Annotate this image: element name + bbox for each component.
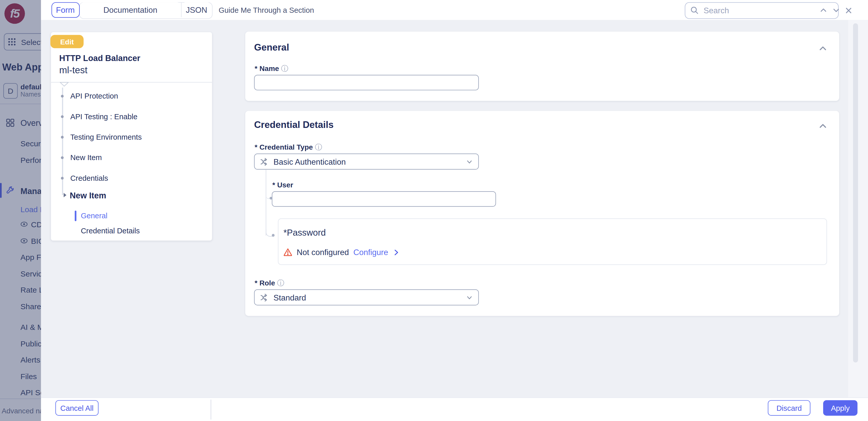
shuffle-icon (260, 293, 269, 302)
cancel-all-button[interactable]: Cancel All (55, 400, 98, 416)
guide-me-link[interactable]: Guide Me Through a Section (219, 0, 314, 20)
credential-details-card-title: Credential Details (254, 120, 334, 131)
config-tree-panel: Edit HTTP Load Balancer ml-test API Prot… (51, 32, 212, 241)
edit-mode-badge: Edit (51, 35, 84, 48)
collapse-section-icon[interactable] (819, 45, 828, 53)
role-dropdown[interactable]: Standard (254, 289, 478, 305)
tab-documentation[interactable]: Documentation (80, 2, 181, 18)
search-prev-icon[interactable] (817, 7, 830, 14)
search-icon (690, 6, 699, 15)
password-label: *Password (284, 228, 326, 238)
search-close-icon[interactable] (842, 7, 858, 13)
collapse-section-icon[interactable] (819, 122, 828, 131)
info-icon[interactable]: ⓘ (277, 279, 284, 287)
modal-backdrop[interactable] (0, 0, 41, 421)
tree-item-api-testing[interactable]: API Testing : Enable (70, 113, 137, 121)
credential-details-card: Credential Details * Credential Type ⓘ B… (245, 111, 839, 316)
tree-item-credentials[interactable]: Credentials (70, 174, 108, 183)
search-input[interactable] (703, 5, 808, 15)
collapse-caret-icon[interactable] (60, 82, 69, 87)
tree-current-arrow-icon (64, 193, 67, 197)
warning-icon (284, 248, 292, 257)
connector-line (266, 170, 266, 235)
footer-divider (210, 399, 211, 419)
object-type-title: HTTP Load Balancer (59, 53, 140, 62)
tree-bullet (61, 136, 64, 138)
credential-type-label: * Credential Type ⓘ (255, 142, 322, 152)
panel-divider (51, 82, 212, 82)
chevron-down-icon (466, 294, 473, 301)
search-box (685, 2, 839, 19)
tree-item-new-item[interactable]: New Item (70, 153, 102, 162)
connector-dot (272, 234, 275, 237)
tab-form[interactable]: Form (51, 2, 80, 18)
info-icon[interactable]: ⓘ (315, 143, 322, 151)
tree-item-credential-details[interactable]: Credential Details (81, 227, 140, 235)
modal-footer: Cancel All Discard Apply (41, 398, 868, 421)
discard-button[interactable]: Discard (768, 400, 810, 416)
tree-item-general[interactable]: General (81, 212, 107, 220)
role-value: Standard (273, 293, 462, 302)
password-box: *Password Not configured Configure (278, 218, 827, 265)
chevron-right-icon[interactable] (393, 249, 400, 256)
tree-item-api-protection[interactable]: API Protection (70, 92, 118, 100)
app-window: f5 Select Web App D defaul Names (0, 0, 868, 421)
tree-bullet (61, 94, 64, 97)
search-next-icon[interactable] (830, 7, 842, 14)
info-icon[interactable]: ⓘ (281, 64, 288, 73)
name-input[interactable] (254, 75, 478, 90)
apply-button[interactable]: Apply (823, 400, 858, 416)
modal-body: Edit HTTP Load Balancer ml-test API Prot… (41, 20, 868, 398)
configure-link[interactable]: Configure (353, 248, 388, 257)
password-status: Not configured (297, 248, 349, 257)
shuffle-icon (260, 157, 269, 166)
tree-item-current-new-item[interactable]: New Item (70, 191, 106, 200)
editor-modal: Form Documentation JSON Guide Me Through… (41, 0, 868, 421)
object-name: ml-test (59, 65, 88, 76)
name-label: * Name ⓘ (255, 64, 288, 74)
tree-bullet (61, 156, 64, 159)
credential-type-dropdown[interactable]: Basic Authentication (254, 153, 478, 170)
chevron-down-icon (466, 158, 473, 165)
user-input[interactable] (272, 191, 496, 207)
tree-selected-indicator (75, 210, 76, 221)
scrollbar-thumb[interactable] (853, 23, 858, 363)
general-card: General * Name ⓘ (245, 32, 839, 101)
tab-json[interactable]: JSON (182, 2, 211, 18)
tree-item-testing-environments[interactable]: Testing Environments (70, 133, 142, 141)
modal-topbar: Form Documentation JSON Guide Me Through… (41, 0, 868, 20)
tree-bullet (61, 115, 64, 118)
user-label: * User (272, 181, 293, 189)
tree-bullet (61, 176, 64, 179)
general-card-title: General (254, 42, 289, 53)
role-label: * Role ⓘ (255, 278, 284, 288)
credential-type-value: Basic Authentication (273, 157, 462, 166)
